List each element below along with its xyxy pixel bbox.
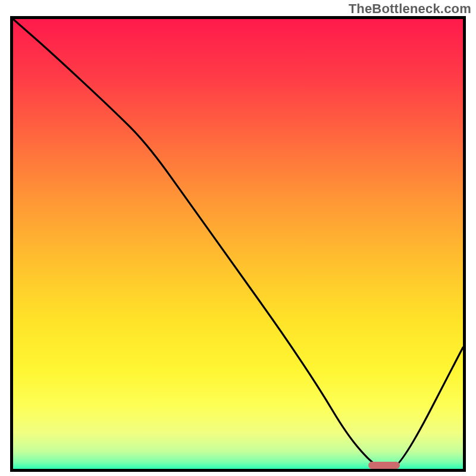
- watermark-text: TheBottleneck.com: [349, 1, 471, 17]
- bottleneck-curve: [13, 19, 463, 469]
- chart-frame: TheBottleneck.com: [0, 0, 476, 476]
- plot-area: [10, 16, 466, 472]
- optimal-range-marker: [368, 462, 400, 469]
